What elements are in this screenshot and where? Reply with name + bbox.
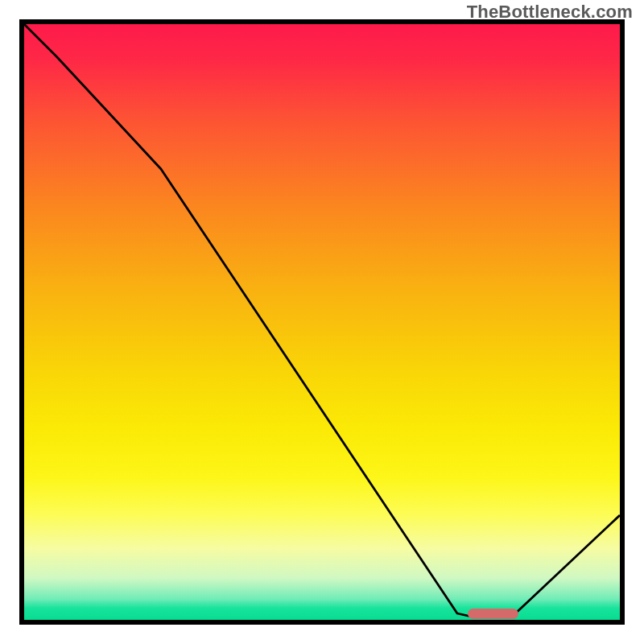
- curve-layer: [24, 24, 620, 620]
- chart-container: TheBottleneck.com: [0, 0, 644, 644]
- optimum-marker: [468, 609, 518, 619]
- plot-frame: [19, 19, 625, 625]
- bottleneck-curve: [24, 24, 620, 617]
